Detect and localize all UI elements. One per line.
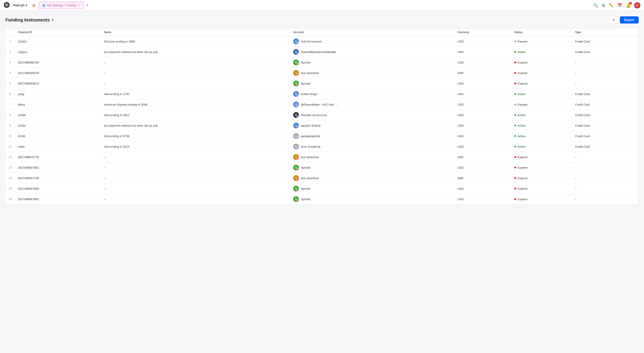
- user-avatar[interactable]: A: [634, 2, 640, 9]
- page-header: Funding Instruments ▾ ↻ Export: [5, 16, 639, 24]
- table-row[interactable]: 13 2817498567801 – S Sprinklr USD Expire…: [6, 162, 638, 173]
- add-tab-button[interactable]: +: [84, 2, 90, 9]
- col-currency[interactable]: Currency: [454, 29, 511, 36]
- table-row[interactable]: 10 t3196 Visa ending in 9738 p paidappsp…: [6, 131, 638, 141]
- row-num: 11: [6, 141, 15, 152]
- table-row[interactable]: 8 ven6b Visa ending in 2812 R Rishabh Ad…: [6, 110, 638, 120]
- status-dot: [514, 188, 516, 189]
- col-status[interactable]: Status: [511, 29, 572, 36]
- search-icon[interactable]: 🔍: [593, 3, 598, 8]
- table-row[interactable]: 4 2817498595079 – T test advertiser GBP …: [6, 68, 638, 78]
- account-avatar-wrap: s: [293, 123, 299, 128]
- row-account: T test advertiser: [290, 173, 454, 183]
- table-row[interactable]: 5 2817498594973 – S Sprinklr USD Expired…: [6, 78, 638, 89]
- table-row[interactable]: 9 ul29w (no payment method has been set …: [6, 120, 638, 131]
- page-title-area: Funding Instruments ▾: [5, 18, 54, 23]
- tab-ads-settings-funding[interactable]: ⚙️ Ads Settings / Funding ✕: [39, 2, 84, 9]
- account-name: test advertiser: [301, 155, 319, 159]
- workspace-selector[interactable]: Paid QA ▾: [12, 3, 29, 8]
- row-account: S Sprinklr: [290, 57, 454, 68]
- row-channel-id: 2817498567802: [15, 194, 100, 204]
- page-title: Funding Instruments: [5, 18, 50, 23]
- status-label: Active: [518, 124, 525, 127]
- title-dropdown-button[interactable]: ▾: [52, 18, 54, 22]
- account-name: paidappsprinklr: [301, 134, 320, 138]
- account-avatar-wrap: T: [293, 175, 299, 181]
- row-type: –: [572, 78, 638, 89]
- row-type: –: [572, 68, 638, 78]
- table-row[interactable]: 3 2817498595784 – S Sprinklr USD Expired…: [6, 57, 638, 68]
- row-status: Expired: [511, 68, 572, 78]
- export-button[interactable]: Export: [620, 16, 639, 24]
- status-dot: [514, 146, 516, 147]
- status-label: Expired: [518, 187, 527, 190]
- row-status: Expired: [511, 152, 572, 162]
- notifications-icon[interactable]: 🔔 1: [626, 3, 630, 8]
- col-account[interactable]: Account: [290, 29, 454, 36]
- row-status: Expired: [511, 162, 572, 173]
- row-currency: GBP: [454, 173, 511, 183]
- col-name[interactable]: Name: [101, 29, 290, 36]
- row-type: Credit Card: [572, 120, 638, 131]
- row-currency: USD: [454, 141, 511, 152]
- table-row[interactable]: 11 ru8tu Visa ending in 5219 A Arun Sund…: [6, 141, 638, 152]
- row-account: T test advertiser: [290, 152, 454, 162]
- account-avatar-wrap: A: [293, 144, 299, 149]
- table-row[interactable]: 16 2817498567802 – S Sprinklr USD Expire…: [6, 194, 638, 204]
- row-currency: USD: [454, 47, 511, 57]
- status-dot: [514, 177, 516, 179]
- status-dot: [514, 167, 516, 168]
- table-row[interactable]: 7 vj6oq American Express ending in 2008 …: [6, 99, 638, 110]
- tabs-area: ⚙️ Ads Settings / Funding ✕ +: [39, 2, 592, 9]
- account-indicator: [297, 42, 299, 44]
- status-label: Paused: [518, 103, 527, 106]
- table-header: Channel ID Name Account Currency Status …: [6, 29, 638, 36]
- compose-icon[interactable]: ✏️: [609, 3, 614, 8]
- account-name: Avik Ad Account: [301, 40, 322, 43]
- row-status: Expired: [511, 78, 572, 89]
- col-type[interactable]: Type: [572, 29, 638, 36]
- row-name: Visa ending in 2812: [101, 110, 290, 120]
- row-type: –: [572, 162, 638, 173]
- tab-close-button[interactable]: ✕: [77, 3, 80, 8]
- refresh-button[interactable]: ↻: [610, 16, 618, 24]
- row-channel-id: 2817498567803: [15, 183, 100, 194]
- account-indicator: [297, 63, 299, 65]
- account-name: DreamMalarSecondHandle: [301, 50, 336, 54]
- account-name: Sprinklr: [301, 166, 310, 169]
- table-row[interactable]: 15 2817498567803 – S Sprinklr USD Expire…: [6, 183, 638, 194]
- table-row[interactable]: 2 13gscu (no payment method has been set…: [6, 47, 638, 57]
- row-status: Expired: [511, 57, 572, 68]
- home-button[interactable]: 🏠: [31, 2, 37, 8]
- apps-grid-icon[interactable]: ⊞: [602, 3, 605, 8]
- row-type: Credit Card: [572, 141, 638, 152]
- col-num: [6, 29, 15, 36]
- status-dot: [514, 156, 516, 158]
- table-row[interactable]: 14 2817498567799 – T test advertiser GBP…: [6, 173, 638, 183]
- table-row[interactable]: 6 yargi Visa ending in 1795 A Ankita Sin…: [6, 89, 638, 99]
- table-row[interactable]: 12 2817498570779 – T test advertiser GBP…: [6, 152, 638, 162]
- status-label: Expired: [518, 61, 527, 64]
- account-name: Sprinklr: [301, 187, 310, 190]
- row-account: @ @DreamMalar - HLE Ads - …: [290, 99, 454, 110]
- account-avatar-wrap: A: [293, 91, 299, 97]
- account-indicator: [297, 105, 299, 107]
- table-row[interactable]: 1 13y91r Discover ending in 3868 A Avik …: [6, 36, 638, 47]
- account-avatar-wrap: S: [293, 60, 299, 65]
- calendar-icon[interactable]: 📅: [617, 3, 622, 8]
- row-currency: USD: [454, 194, 511, 204]
- row-type: –: [572, 183, 638, 194]
- row-name: –: [101, 162, 290, 173]
- logo[interactable]: [4, 2, 10, 9]
- status-label: Expired: [518, 177, 527, 180]
- row-name: Visa ending in 1795: [101, 89, 290, 99]
- account-avatar-wrap: @: [293, 102, 299, 107]
- account-name: Arun Sunderraj: [301, 145, 320, 148]
- status-dot: [514, 93, 516, 95]
- account-indicator: [297, 158, 299, 160]
- col-channel-id[interactable]: Channel ID: [15, 29, 100, 36]
- row-currency: USD: [454, 57, 511, 68]
- status-label: Active: [518, 145, 525, 148]
- row-status: Active: [511, 131, 572, 141]
- account-name: Rishabh Ad Account: [301, 113, 327, 117]
